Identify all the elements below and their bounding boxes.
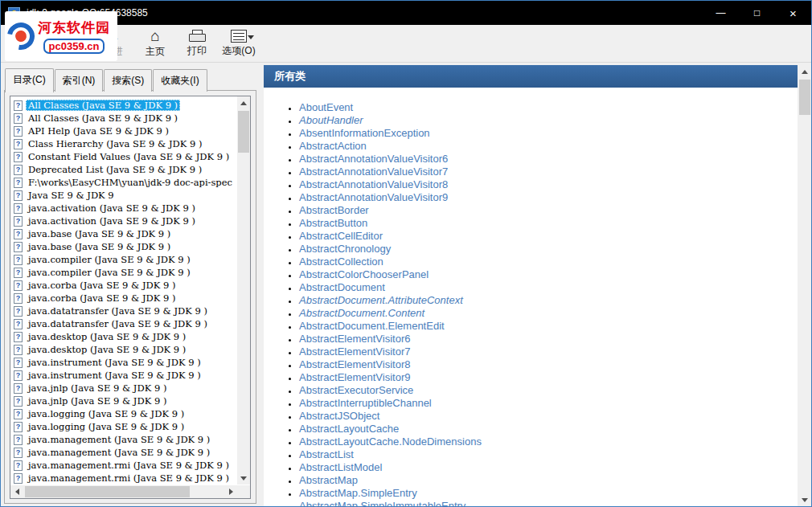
- tree-item-label: java.instrument (Java SE 9 & JDK 9 ): [26, 357, 203, 368]
- class-link[interactable]: AbstractAnnotationValueVisitor7: [299, 166, 448, 178]
- class-link[interactable]: AbstractAnnotationValueVisitor8: [299, 178, 448, 190]
- close-button[interactable]: ×: [775, 1, 811, 25]
- tree-item[interactable]: java.activation (Java SE 9 & JDK 9 ): [11, 202, 236, 215]
- class-link[interactable]: AbstractButton: [299, 217, 367, 229]
- tree-item[interactable]: All Classes (Java SE 9 & JDK 9 ): [11, 112, 236, 125]
- help-topic-icon: [14, 345, 23, 355]
- class-link[interactable]: AbstractAction: [299, 140, 367, 152]
- class-link[interactable]: AbstractInterruptibleChannel: [299, 397, 432, 409]
- tree-item[interactable]: Deprecated List (Java SE 9 & JDK 9 ): [11, 163, 236, 176]
- class-link[interactable]: AbstractMap.SimpleImmutableEntry: [299, 500, 465, 506]
- nav-tab[interactable]: 目录(C): [5, 68, 54, 92]
- tree-item[interactable]: API Help (Java SE 9 & JDK 9 ): [11, 125, 236, 137]
- tree-item-label: java.datatransfer (Java SE 9 & JDK 9 ): [26, 318, 210, 329]
- tree-item[interactable]: java.corba (Java SE 9 & JDK 9 ): [11, 279, 236, 292]
- class-link[interactable]: AbstractCellEditor: [299, 230, 383, 242]
- class-link[interactable]: AbstractBorder: [299, 204, 369, 216]
- scroll-right-button[interactable]: [224, 485, 237, 498]
- class-link[interactable]: AbstractElementVisitor9: [299, 371, 411, 383]
- class-link[interactable]: AbstractListModel: [299, 461, 382, 473]
- tree-item[interactable]: java.logging (Java SE 9 & JDK 9 ): [11, 407, 236, 420]
- tree-item-label: java.compiler (Java SE 9 & JDK 9 ): [26, 267, 193, 278]
- class-list-item: AbstractLayoutCache: [299, 423, 798, 435]
- class-link[interactable]: AbstractDocument.Content: [299, 307, 424, 319]
- tree-item[interactable]: java.logging (Java SE 9 & JDK 9 ): [11, 420, 236, 433]
- scrollbar-thumb[interactable]: [799, 80, 810, 115]
- tree-item[interactable]: Constant Field Values (Java SE 9 & JDK 9…: [11, 150, 236, 163]
- tree-item-label: java.corba (Java SE 9 & JDK 9 ): [26, 280, 178, 291]
- maximize-button[interactable]: □: [739, 1, 775, 25]
- tree-item[interactable]: java.base (Java SE 9 & JDK 9 ): [11, 240, 236, 253]
- tree-item[interactable]: java.management (Java SE 9 & JDK 9 ): [11, 446, 236, 459]
- class-link[interactable]: AbstractJSObject: [299, 410, 379, 422]
- tree-item[interactable]: java.management.rmi (Java SE 9 & JDK 9 ): [11, 459, 236, 472]
- class-list-item: AboutEvent: [299, 101, 798, 114]
- class-link[interactable]: AbstractElementVisitor6: [299, 333, 411, 345]
- scroll-down-button[interactable]: [798, 493, 811, 506]
- tree-item[interactable]: java.instrument (Java SE 9 & JDK 9 ): [11, 356, 236, 369]
- tree-item[interactable]: java.activation (Java SE 9 & JDK 9 ): [11, 215, 236, 227]
- content-body: AboutEvent AboutHandler AbsentInformatio…: [264, 88, 798, 506]
- nav-tab[interactable]: 收藏夹(I): [153, 69, 207, 92]
- class-link[interactable]: AbstractExecutorService: [299, 384, 413, 396]
- tree-item[interactable]: java.management.rmi (Java SE 9 & JDK 9 ): [11, 472, 236, 485]
- class-link[interactable]: AbstractMap.SimpleEntry: [299, 487, 417, 499]
- tree-item[interactable]: java.management (Java SE 9 & JDK 9 ): [11, 433, 236, 446]
- tree-item[interactable]: All Classes (Java SE 9 & JDK 9 ): [11, 99, 236, 112]
- tree-item[interactable]: java.jnlp (Java SE 9 & JDK 9 ): [11, 382, 236, 395]
- tree-item[interactable]: java.desktop (Java SE 9 & JDK 9 ): [11, 330, 236, 343]
- minimize-button[interactable]: —: [703, 1, 739, 25]
- class-link[interactable]: AbstractList: [299, 448, 354, 460]
- scrollbar-thumb[interactable]: [25, 486, 190, 497]
- class-link[interactable]: AboutHandler: [299, 114, 363, 126]
- toolbar-button[interactable]: 打印: [176, 26, 218, 61]
- tree-item-label: java.management.rmi (Java SE 9 & JDK 9 ): [26, 472, 232, 484]
- toolbar-button-label: 主页: [146, 45, 165, 59]
- class-link[interactable]: AbstractLayoutCache.NodeDimensions: [299, 435, 482, 448]
- class-link[interactable]: AbstractElementVisitor7: [299, 345, 411, 358]
- class-list-item: AbstractElementVisitor9: [299, 371, 798, 384]
- scroll-left-button[interactable]: [10, 485, 23, 498]
- content-vertical-scrollbar[interactable]: [798, 65, 811, 506]
- scroll-down-button[interactable]: [237, 472, 250, 485]
- class-link[interactable]: AbstractLayoutCache: [299, 423, 399, 435]
- tree-item[interactable]: Class Hierarchy (Java SE 9 & JDK 9 ): [11, 137, 236, 150]
- class-link[interactable]: AbstractColorChooserPanel: [299, 268, 429, 280]
- tree-item[interactable]: java.instrument (Java SE 9 & JDK 9 ): [11, 369, 236, 382]
- tree-vertical-scrollbar[interactable]: [237, 96, 250, 485]
- nav-tab[interactable]: 索引(N): [55, 69, 104, 92]
- tree-item[interactable]: java.compiler (Java SE 9 & JDK 9 ): [11, 253, 236, 266]
- nav-tab[interactable]: 搜索(S): [104, 69, 152, 92]
- help-topic-icon: [14, 332, 23, 342]
- tree-item[interactable]: java.desktop (Java SE 9 & JDK 9 ): [11, 343, 236, 356]
- class-list-item: AbstractElementVisitor6: [299, 333, 798, 345]
- tree-item[interactable]: java.base (Java SE 9 & JDK 9 ): [11, 227, 236, 240]
- tree-horizontal-scrollbar[interactable]: [10, 485, 237, 498]
- class-link[interactable]: AbstractElementVisitor8: [299, 358, 411, 370]
- toolbar-button[interactable]: 选项(O): [218, 26, 260, 61]
- class-link[interactable]: AbstractDocument.ElementEdit: [299, 320, 445, 332]
- class-link[interactable]: AboutEvent: [299, 101, 353, 113]
- help-topic-icon: [14, 280, 23, 291]
- tree-item[interactable]: Java SE 9 & JDK 9: [11, 189, 236, 202]
- class-list-item: AbstractBorder: [299, 204, 798, 217]
- scroll-up-button[interactable]: [798, 65, 811, 78]
- class-list-item: AbstractDocument: [299, 281, 798, 294]
- class-link[interactable]: AbstractDocument: [299, 281, 385, 293]
- class-link[interactable]: AbstractAnnotationValueVisitor6: [299, 153, 448, 165]
- class-link[interactable]: AbstractCollection: [299, 256, 383, 268]
- class-link[interactable]: AbstractMap: [299, 474, 358, 486]
- class-link[interactable]: AbsentInformationException: [299, 127, 430, 139]
- scroll-up-button[interactable]: [237, 96, 250, 109]
- tree-item[interactable]: F:\works\EasyCHM\yuan\jdk-9 doc-api-spec: [11, 176, 236, 189]
- class-link[interactable]: AbstractDocument.AttributeContext: [299, 294, 463, 306]
- tree-item[interactable]: java.corba (Java SE 9 & JDK 9 ): [11, 292, 236, 305]
- tree-item[interactable]: java.compiler (Java SE 9 & JDK 9 ): [11, 266, 236, 279]
- toolbar-button[interactable]: 主页: [134, 26, 176, 61]
- tree-item[interactable]: java.jnlp (Java SE 9 & JDK 9 ): [11, 395, 236, 407]
- scrollbar-thumb[interactable]: [238, 111, 249, 153]
- class-link[interactable]: AbstractAnnotationValueVisitor9: [299, 191, 448, 203]
- tree-item[interactable]: java.datatransfer (Java SE 9 & JDK 9 ): [11, 317, 236, 330]
- tree-item[interactable]: java.datatransfer (Java SE 9 & JDK 9 ): [11, 305, 236, 317]
- class-link[interactable]: AbstractChronology: [299, 243, 391, 255]
